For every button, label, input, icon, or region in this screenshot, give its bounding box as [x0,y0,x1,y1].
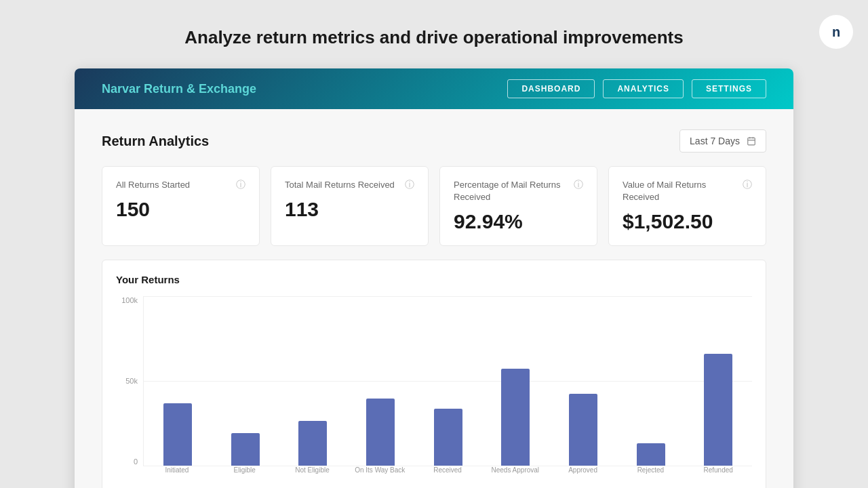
x-label-0: Initiated [143,466,211,486]
bar-rejected [637,443,665,466]
y-label-0: 0 [134,458,138,466]
metric-label-percentage: Percentage of Mail Returns Received [454,179,564,203]
chart-area: 100k 50k 0 InitiatedEligibleNot Eligible… [116,296,752,486]
y-axis: 100k 50k 0 [116,296,143,466]
date-filter[interactable]: Last 7 Days [679,129,766,152]
bar-not-eligible [298,421,327,466]
x-label-5: Needs Approval [481,466,549,486]
analytics-title: Return Analytics [102,134,209,149]
svg-rect-0 [748,138,755,145]
brand-prefix: Narvar [102,82,140,96]
x-axis-labels: InitiatedEligibleNot EligibleOn Its Way … [143,466,752,486]
brand-highlight: Return & Exchange [144,82,256,96]
metric-label-all-returns: All Returns Started [116,179,190,191]
bar-needs-approval [501,369,530,466]
logo-circle: n [819,15,853,49]
bar-received [434,409,462,466]
bars-area [143,296,752,466]
nav-analytics[interactable]: ANALYTICS [603,79,684,98]
metric-value-all-returns: 150 [116,198,245,221]
app-container: Narvar Return & Exchange DASHBOARD ANALY… [75,68,793,488]
navbar: Narvar Return & Exchange DASHBOARD ANALY… [75,68,793,109]
metric-label-value: Value of Mail Returns Received [623,179,732,203]
page-title-text: Analyze return metrics and drive operati… [0,0,868,68]
metric-card-percentage: Percentage of Mail Returns Received ⓘ 92… [439,166,597,246]
x-label-7: Rejected [616,466,684,486]
bar-group-not-eligible [279,421,347,466]
bar-group-needs-approval [481,369,549,466]
nav-dashboard[interactable]: DASHBOARD [507,79,595,98]
metric-card-mail-returns: Total Mail Returns Received ⓘ 113 [271,166,429,246]
x-label-3: On Its Way Back [346,466,414,486]
info-icon-all-returns[interactable]: ⓘ [236,179,245,191]
x-label-8: Refunded [684,466,752,486]
bar-approved [569,394,597,466]
info-icon-percentage[interactable]: ⓘ [574,179,583,191]
metric-card-all-returns: All Returns Started ⓘ 150 [102,166,260,246]
main-content: Return Analytics Last 7 Days All Returns… [75,109,793,488]
metric-card-value: Value of Mail Returns Received ⓘ $1,502.… [608,166,766,246]
bar-initiated [163,403,192,466]
y-label-50k: 50k [125,377,138,385]
bar-eligible [231,433,260,466]
x-label-2: Not Eligible [279,466,347,486]
metric-label-mail-returns: Total Mail Returns Received [285,179,395,191]
x-label-6: Approved [549,466,617,486]
bar-on-its-way-back [366,399,395,466]
chart-title: Your Returns [116,274,752,285]
bar-group-approved [549,394,617,466]
metrics-row: All Returns Started ⓘ 150 Total Mail Ret… [102,166,766,246]
metric-value-percentage: 92.94% [454,210,583,233]
bar-refunded [704,354,732,466]
date-filter-label: Last 7 Days [690,136,740,146]
x-label-1: Eligible [211,466,279,486]
navbar-brand: Narvar Return & Exchange [102,82,256,96]
analytics-header: Return Analytics Last 7 Days [102,129,766,152]
bar-group-refunded [684,354,752,466]
chart-container: Your Returns 100k 50k 0 [102,260,766,488]
x-label-4: Received [414,466,481,486]
calendar-icon [747,136,756,146]
nav-settings[interactable]: SETTINGS [692,79,766,98]
info-icon-mail-returns[interactable]: ⓘ [405,179,414,191]
bar-group-eligible [212,433,279,466]
y-label-100k: 100k [121,296,138,304]
bar-group-initiated [144,403,212,466]
bar-group-rejected [617,443,685,466]
info-icon-value[interactable]: ⓘ [743,179,752,191]
bar-group-received [414,409,482,466]
navbar-nav: DASHBOARD ANALYTICS SETTINGS [507,79,766,98]
bar-group-on-its-way-back [347,399,414,466]
metric-value-value: $1,502.50 [623,210,752,233]
metric-value-mail-returns: 113 [285,198,414,221]
